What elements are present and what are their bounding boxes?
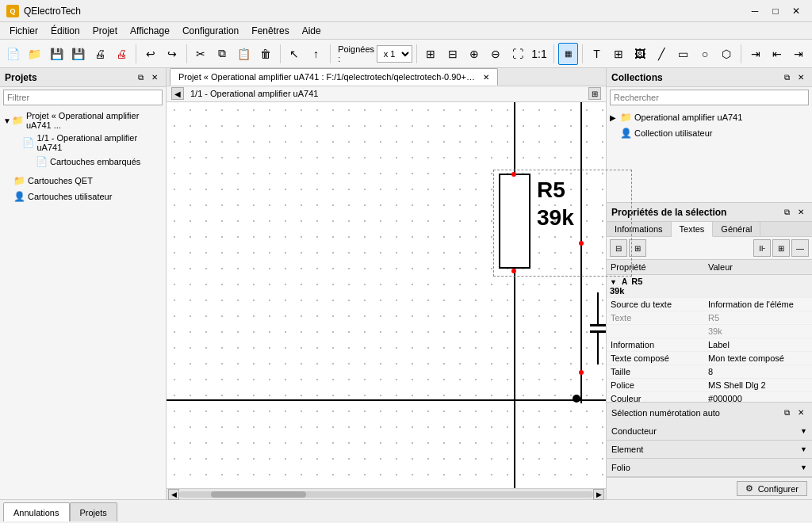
menu-aide[interactable]: Aide — [296, 24, 327, 38]
cap-wire-bottom — [597, 333, 599, 365]
menu-configuration[interactable]: Configuration — [176, 24, 245, 38]
prop-taille[interactable]: Taille 8 — [607, 365, 812, 379]
prop-source-texte[interactable]: Source du texte Information de l'éléme — [607, 298, 812, 311]
props-align-left[interactable]: ⊪ — [753, 239, 771, 257]
props-align-right[interactable]: — — [791, 239, 809, 257]
coll-tree-item-1[interactable]: ▶ 📁 Operational amplifier uA741 — [607, 109, 812, 125]
schema-canvas[interactable]: R5 39k — [167, 102, 606, 488]
toolbar-select[interactable]: ↖ — [285, 43, 304, 65]
prop-police[interactable]: Police MS Shell Dlg 2 — [607, 379, 812, 392]
schema-zoom-btn[interactable]: ⊞ — [588, 87, 601, 100]
toolbar-open[interactable]: 📁 — [25, 43, 44, 65]
toolbar-zoom-in[interactable]: ⊕ — [464, 43, 484, 65]
prop-group-row[interactable]: ▼ A R539k — [607, 275, 812, 298]
panel-close-btn[interactable]: ✕ — [148, 71, 161, 84]
tree-cartouches-qet[interactable]: 📁 Cartouches QET — [0, 173, 166, 189]
toolbar-save[interactable]: 💾 — [47, 43, 67, 65]
prop-texte-39k[interactable]: 39k — [607, 325, 812, 338]
toolbar-zoom-100[interactable]: 1:1 — [529, 43, 549, 65]
toolbar-poly[interactable]: ⬡ — [717, 43, 737, 65]
minimize-button[interactable]: ─ — [745, 3, 764, 19]
scrollbar-h[interactable]: ◀ ▶ — [167, 488, 606, 499]
props-float-btn[interactable]: ⧉ — [780, 206, 793, 219]
toolbar-delete[interactable]: 🗑 — [255, 43, 275, 65]
search-input[interactable] — [610, 90, 809, 105]
prop-information[interactable]: Information Label — [607, 338, 812, 352]
tree-schema[interactable]: 📄 1/1 - Operational amplifier uA741 — [0, 132, 166, 154]
maximize-button[interactable]: □ — [766, 3, 785, 19]
toolbar-paste[interactable]: 📋 — [234, 43, 254, 65]
toolbar-extra3[interactable]: ⇥ — [789, 43, 809, 65]
tab-close-icon[interactable]: ✕ — [483, 73, 489, 82]
coll-tree-item-2[interactable]: 👤 Collection utilisateur — [607, 125, 812, 141]
toolbar-rect[interactable]: ▭ — [673, 43, 693, 65]
autonumber-close-btn[interactable]: ✕ — [795, 407, 807, 419]
prop-police-val: MS Shell Dlg 2 — [704, 379, 812, 392]
tree-cartouches-user[interactable]: 👤 Cartouches utilisateur — [0, 189, 166, 204]
scrollbar-track-h[interactable] — [179, 491, 593, 498]
prop-compose-val: Mon texte composé — [704, 352, 812, 365]
element-header[interactable]: Element ▼ — [607, 441, 812, 458]
panel-header-controls: ⧉ ✕ — [134, 71, 161, 84]
tab-bar: Projet « Operational amplifier uA741 : F… — [167, 68, 606, 86]
prop-couleur[interactable]: Couleur #000000 — [607, 392, 812, 403]
breadcrumb-nav-btn[interactable]: ◀ — [171, 87, 184, 100]
toolbar-cut[interactable]: ✂ — [190, 43, 210, 65]
tab-annulations[interactable]: Annulations — [3, 502, 70, 521]
scroll-right-btn[interactable]: ▶ — [593, 489, 604, 500]
toolbar-grid[interactable]: ⊞ — [421, 43, 441, 65]
toolbar-save2[interactable]: 💾 — [68, 43, 88, 65]
scrollbar-thumb-h[interactable] — [211, 491, 306, 498]
tree-cartouches-emb[interactable]: 📄 Cartouches embarqués — [0, 154, 166, 170]
toolbar-img[interactable]: 🖼 — [630, 43, 649, 65]
toolbar-extra1[interactable]: ⇥ — [745, 43, 765, 65]
toolbar-print-preview[interactable]: 🖨 — [90, 43, 109, 65]
menu-affichage[interactable]: Affichage — [124, 24, 176, 38]
toolbar-extra2[interactable]: ⇤ — [767, 43, 787, 65]
title-bar: Q QElectroTech ─ □ ✕ — [0, 0, 812, 22]
menu-edition[interactable]: Édition — [44, 24, 86, 38]
col-valeur: Valeur — [704, 260, 812, 275]
menu-projet[interactable]: Projet — [86, 24, 124, 38]
toolbar-print[interactable]: 🖨 — [112, 43, 132, 65]
tab-projets[interactable]: Projets — [70, 502, 117, 521]
toolbar-redo[interactable]: ↪ — [162, 43, 182, 65]
close-button[interactable]: ✕ — [787, 3, 806, 19]
toolbar-grid2[interactable]: ⊟ — [442, 43, 462, 65]
prop-source-texte-key: Source du texte — [607, 298, 704, 311]
scroll-left-btn[interactable]: ◀ — [168, 489, 179, 500]
folio-header[interactable]: Folio ▼ — [607, 459, 812, 476]
conducteur-header[interactable]: Conducteur ▼ — [607, 422, 812, 440]
toolbar-undo[interactable]: ↩ — [140, 43, 160, 65]
schema-tab[interactable]: Projet « Operational amplifier uA741 : F… — [170, 68, 498, 86]
menu-fenetres[interactable]: Fenêtres — [245, 24, 295, 38]
folder-icon: 📁 — [12, 114, 24, 127]
tab-general[interactable]: Général — [713, 222, 760, 236]
horiz-wire — [167, 399, 606, 401]
autonumber-title: Sélection numérotation auto — [611, 408, 720, 418]
tree-project-root[interactable]: ▼ 📁 Projet « Operational amplifier uA741… — [0, 109, 166, 132]
toolbar-active-tool[interactable]: ▦ — [558, 43, 578, 65]
filter-input[interactable] — [3, 90, 163, 105]
prop-texte-compose[interactable]: Texte composé Mon texte composé — [607, 352, 812, 365]
menu-fichier[interactable]: Fichier — [3, 24, 44, 38]
collections-close-btn[interactable]: ✕ — [795, 71, 807, 84]
poignees-select[interactable]: x 1 x 2 x 4 — [377, 45, 412, 63]
toolbar-table[interactable]: ⊞ — [608, 43, 628, 65]
toolbar-text[interactable]: T — [587, 43, 607, 65]
props-align-center[interactable]: ⊞ — [772, 239, 790, 257]
toolbar-zoom-out[interactable]: ⊖ — [486, 43, 506, 65]
autonumber-float-btn[interactable]: ⧉ — [780, 407, 793, 419]
toolbar-line[interactable]: ╱ — [652, 43, 672, 65]
panel-float-btn[interactable]: ⧉ — [134, 71, 147, 84]
props-close-btn[interactable]: ✕ — [795, 206, 807, 219]
toolbar-new[interactable]: 📄 — [3, 43, 23, 65]
toolbar-ellipse[interactable]: ○ — [695, 43, 714, 65]
tab-textes[interactable]: Textes — [672, 222, 714, 237]
collections-float-btn[interactable]: ⧉ — [780, 71, 793, 84]
prop-texte-r5[interactable]: Texte R5 — [607, 311, 812, 325]
toolbar-cursor[interactable]: ↑ — [306, 43, 326, 65]
toolbar-zoom-fit[interactable]: ⛶ — [508, 43, 527, 65]
configure-button[interactable]: ⚙ Configurer — [737, 481, 807, 496]
toolbar-copy[interactable]: ⧉ — [213, 43, 232, 65]
